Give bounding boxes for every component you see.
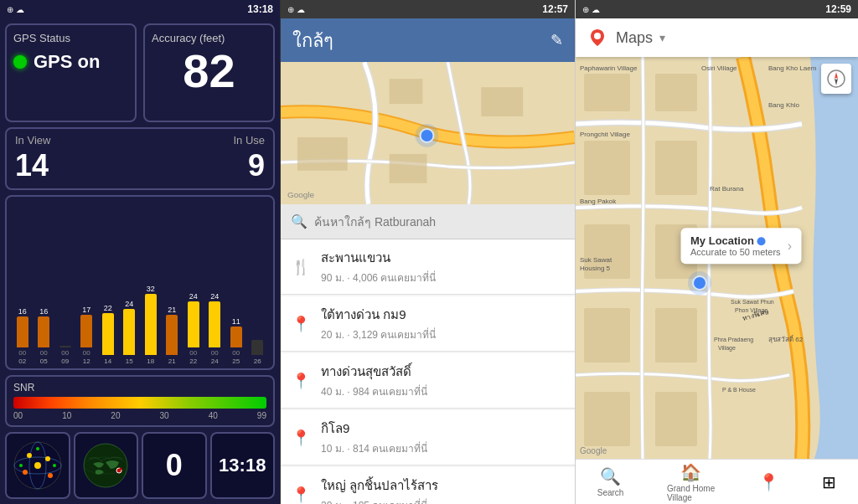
nearby-list: 🍴สะพานแขวน90 ม. · 4,006 คนเคยมาที่นี่📍ใต… — [281, 239, 575, 504]
bar-top-value: 22 — [104, 304, 112, 312]
bar-rect — [188, 301, 199, 347]
edit-icon[interactable]: ✎ — [550, 31, 563, 49]
nearby-item-info: ใหญ่ ลูกชิ้นปลาไร้สาร20 ม. · 105 คนเคยมา… — [321, 476, 565, 504]
bar-rect — [230, 327, 242, 347]
bar-column: 2121 — [166, 306, 178, 365]
gps-on-indicator: GPS on — [13, 51, 128, 73]
status-bar-maps: ⊕ ☁ 12:59 — [576, 0, 858, 18]
status-bar-nearby: ⊕ ☁ 12:57 — [281, 0, 575, 18]
search-input-nearby[interactable] — [314, 215, 565, 229]
popup-dot — [757, 237, 766, 245]
svg-text:Google: Google — [580, 446, 607, 455]
nearby-time: 12:57 — [542, 3, 568, 15]
layers-icon-maps: ⊞ — [822, 472, 836, 492]
bar-top-value: 21 — [168, 306, 176, 314]
maps-layers-button[interactable]: ⊞ — [815, 469, 843, 496]
nearby-item-name: ทางด่วนสุขสวัสดิ์ — [321, 362, 565, 382]
bar-bottom-value: 00 — [18, 349, 26, 357]
popup-title: My Location — [690, 235, 781, 248]
maps-time: 12:59 — [825, 3, 851, 15]
maps-location-button[interactable]: 📍 — [752, 469, 786, 496]
bar-top-value: 17 — [82, 306, 90, 314]
search-bar[interactable]: 🔍 — [281, 204, 575, 239]
nearby-item-name: กิโล9 — [321, 419, 565, 439]
nearby-list-item[interactable]: 📍ใต้ทางด่วน กม920 ม. · 3,129 คนเคยมาที่น… — [281, 296, 575, 352]
svg-rect-27 — [584, 141, 630, 195]
bar-rect — [59, 346, 71, 347]
status-icons-nearby-left: ⊕ ☁ — [287, 5, 305, 14]
bar-id-label: 05 — [40, 357, 48, 365]
svg-point-24 — [594, 33, 601, 39]
nearby-list-item[interactable]: 📍ใหญ่ ลูกชิ้นปลาไร้สาร20 ม. · 105 คนเคยม… — [281, 467, 575, 504]
gps-dot — [13, 55, 27, 69]
time-display-box: 13:18 — [210, 432, 276, 499]
bar-top-value: 24 — [189, 292, 198, 301]
bar-column: 240024 — [209, 292, 220, 365]
svg-point-9 — [53, 464, 56, 467]
bar-rect — [102, 313, 114, 355]
nearby-item-icon: 🍴 — [291, 258, 311, 276]
maps-main[interactable]: Paphawarin Village Osiri Village Bang Kh… — [576, 57, 858, 459]
bar-id-label: 25 — [232, 357, 240, 365]
bar-column: 160002 — [17, 307, 28, 365]
nearby-list-item[interactable]: 📍กิโล910 ม. · 814 คนเคยมาที่นี่ — [281, 410, 575, 465]
panel-maps: ⊕ ☁ 12:59 Maps ▾ — [576, 0, 858, 504]
bar-column: 110025 — [230, 317, 242, 365]
svg-point-11 — [84, 444, 127, 487]
svg-rect-34 — [655, 308, 697, 363]
svg-rect-29 — [584, 308, 630, 363]
svg-point-7 — [48, 473, 53, 478]
nearby-item-info: สะพานแขวน90 ม. · 4,006 คนเคยมาที่นี่ — [321, 248, 565, 285]
svg-rect-18 — [297, 137, 348, 171]
svg-point-54 — [688, 271, 711, 295]
bar-bottom-value: 00 — [83, 349, 90, 357]
maps-home-button[interactable]: 🏠 Grand HomeVillage — [660, 459, 721, 505]
maps-home-label: Grand HomeVillage — [667, 484, 715, 502]
svg-point-4 — [27, 453, 32, 458]
svg-point-6 — [23, 470, 28, 475]
panel-gps: ⊕ ☁ 13:18 GPS Status GPS on Accuracy (fe… — [0, 0, 281, 504]
bar-rect — [251, 340, 263, 355]
panel-nearby: ⊕ ☁ 12:57 ใกล้ๆ ✎ Googl — [281, 0, 576, 504]
bottom-icons-row: 0 13:18 — [5, 432, 275, 499]
gps-time: 13:18 — [247, 3, 273, 15]
svg-text:Village: Village — [718, 345, 736, 352]
compass-button[interactable] — [821, 64, 851, 94]
in-use-label: In Use — [233, 134, 265, 147]
snr-label: SNR — [13, 382, 266, 393]
bar-id-label: 21 — [168, 357, 176, 365]
nearby-item-icon: 📍 — [291, 315, 311, 333]
bar-rect — [166, 315, 178, 355]
maps-search-label: Search — [597, 488, 624, 497]
bar-bottom-value: 00 — [211, 349, 219, 357]
satellite-view-box[interactable] — [5, 432, 70, 499]
accuracy-value: 82 — [152, 48, 266, 95]
bar-bottom-value: 00 — [61, 349, 69, 357]
maps-bottom-bar: 🔍 Search 🏠 Grand HomeVillage 📍 ⊞ — [576, 459, 858, 504]
my-location-popup[interactable]: My Location Accurate to 50 meters › — [680, 229, 802, 265]
nearby-item-name: ใหญ่ ลูกชิ้นปลาไร้สาร — [321, 476, 565, 496]
bar-top-value: 11 — [232, 317, 240, 326]
nearby-list-item[interactable]: 🍴สะพานแขวน90 ม. · 4,006 คนเคยมาที่นี่ — [281, 239, 575, 295]
maps-search-button[interactable]: 🔍 Search — [591, 463, 631, 501]
svg-text:Bang Kho Laem: Bang Kho Laem — [768, 64, 817, 72]
map-preview[interactable]: Google — [281, 62, 575, 204]
world-map-box[interactable] — [74, 432, 139, 499]
bar-top-value: 32 — [147, 285, 155, 293]
bar-column: 170012 — [80, 306, 92, 365]
svg-rect-16 — [390, 79, 423, 104]
nearby-list-item[interactable]: 📍ทางด่วนสุขสวัสดิ์40 ม. · 984 คนเคยมาที่… — [281, 353, 575, 409]
bar-id-label: 18 — [147, 357, 154, 365]
bar-column: 160005 — [38, 307, 49, 365]
search-icon-maps: 🔍 — [600, 466, 621, 486]
maps-arrow-icon: ▾ — [659, 31, 665, 44]
nearby-item-info: ทางด่วนสุขสวัสดิ์40 ม. · 984 คนเคยมาที่น… — [321, 362, 565, 399]
bar-rect — [209, 301, 220, 347]
in-view-label: In View — [15, 134, 50, 147]
svg-point-5 — [45, 456, 50, 461]
bar-column: 26 — [251, 339, 263, 365]
nearby-item-sub: 10 ม. · 814 คนเคยมาที่นี่ — [321, 440, 565, 456]
svg-text:Rat Burana: Rat Burana — [710, 185, 744, 193]
svg-text:Prongchit Village: Prongchit Village — [580, 131, 630, 138]
bar-top-value: 24 — [210, 292, 219, 301]
